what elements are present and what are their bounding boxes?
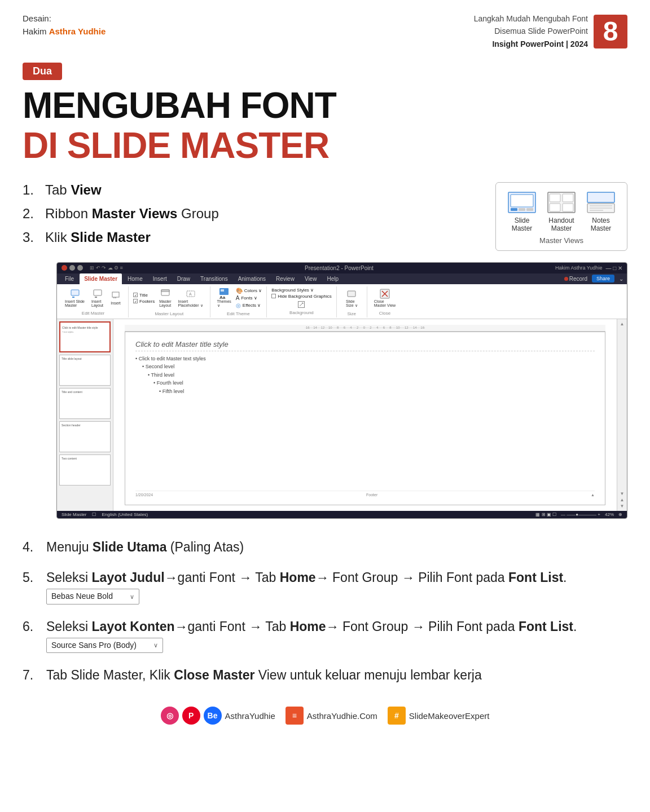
close-master-view-btn[interactable]: CloseMaster View [372, 288, 398, 308]
step4-prefix: Menuju [46, 540, 93, 554]
fonts-row[interactable]: A Fonts ∨ [236, 295, 262, 301]
step5-arr1: → [165, 570, 178, 585]
step6-font-dropdown[interactable]: Source Sans Pro (Body) ∨ [46, 638, 163, 654]
step4-num: 4. [23, 538, 41, 556]
slide-thumb-3[interactable]: Title and content [59, 388, 111, 419]
record-button[interactable]: Record [564, 276, 587, 282]
ppt-titlebar: ⊞ ↶ ↷ ☁ ⚙ ≡ Presentation2 - PowerPoint H… [57, 263, 627, 273]
hide-bg-row[interactable]: Hide Background Graphics [271, 294, 332, 299]
slide-thumb-2[interactable]: Title slide layout [59, 355, 111, 386]
themes-label: Themes∨ [217, 299, 231, 308]
slide-thumb-content-3: Title and content [62, 390, 108, 394]
step5-num: 5. [23, 568, 41, 586]
effects-row[interactable]: ◎ Effects ∨ [236, 302, 262, 308]
tab-help[interactable]: Help [322, 273, 343, 284]
tab-file[interactable]: File [60, 273, 78, 284]
nav-up-icon[interactable]: ▲ [620, 497, 625, 502]
close-group-label: Close [379, 311, 390, 316]
slide-thumb-content-4: Section header [62, 423, 108, 427]
master-views-group-label: Master Views [507, 236, 616, 245]
background-styles-label: Background Styles ∨ [271, 288, 314, 293]
slide-thumb-4[interactable]: Section header [59, 421, 111, 452]
handout-master-icon [547, 191, 576, 214]
step5-dropdown-arrow-icon: ∨ [130, 593, 134, 601]
ppt-titlebar-right: — □ ✕ [605, 265, 622, 271]
colors-row[interactable]: 🎨 Colors ∨ [236, 288, 262, 294]
minimize-window-btn[interactable] [69, 265, 75, 271]
instagram-icon[interactable]: ◎ [161, 707, 179, 725]
website-icon[interactable]: ≡ [286, 707, 304, 725]
scroll-up-icon[interactable]: ▲ [620, 321, 625, 326]
tab-review[interactable]: Review [271, 273, 299, 284]
step7-text2: View untuk keluar menuju lembar kerja [254, 668, 481, 682]
step6-arr4: → [412, 619, 425, 634]
master-layout-label: MasterLayout [159, 299, 171, 307]
nav-down-icon[interactable]: ▼ [620, 504, 625, 509]
tab-view[interactable]: View [300, 273, 322, 284]
maximize-window-btn[interactable] [77, 265, 83, 271]
background-dialog-launcher[interactable] [298, 301, 305, 308]
fit-icon[interactable]: ⊕ [618, 512, 622, 517]
background-styles-row[interactable]: Background Styles ∨ [271, 288, 332, 293]
slide-size-btn[interactable]: SlideSize ∨ [344, 288, 360, 309]
step1-num: 1. [23, 182, 39, 198]
step7-bold: Close Master [174, 668, 254, 682]
tab-draw[interactable]: Draw [173, 273, 195, 284]
hide-bg-checkbox[interactable] [271, 294, 276, 298]
svg-rect-7 [563, 194, 573, 202]
footer-username1: AsthraYudhie [225, 711, 275, 721]
tab-slide-master[interactable]: Slide Master [80, 273, 122, 284]
body-level-5: • Fifth level [159, 387, 595, 395]
page-number: 8 [594, 15, 627, 48]
step5-bold1: Layot Judul [92, 570, 165, 585]
edit-theme-group-label: Edit Theme [227, 311, 250, 316]
slide-thumb-content-5: Two content [62, 457, 108, 460]
more-icon[interactable]: ⌄ [619, 276, 623, 282]
step5-arr2: → [239, 570, 252, 585]
title-checkbox[interactable]: ✓ [133, 293, 138, 297]
close-window-btn[interactable] [62, 265, 67, 271]
slide-thumb-1[interactable]: 1 Click to edit Master title style • tex… [59, 321, 111, 352]
master-layout-btn[interactable]: MasterLayout [157, 288, 173, 308]
effects-label: Effects ∨ [243, 303, 261, 308]
footers-checkbox-row: ✓ Footers [133, 299, 155, 304]
insert-slide-master-btn[interactable]: Insert SlideMaster [63, 288, 87, 308]
ppt-tabbar: File Slide Master Home Insert Draw Trans… [57, 273, 627, 284]
tab-animations[interactable]: Animations [234, 273, 270, 284]
ribbon-row: Insert SlideMaster InsertLayout Insert [57, 284, 627, 319]
footers-checkbox-label: Footers [139, 299, 155, 304]
close-master-view-icon [380, 289, 390, 299]
footer-social-group: ◎ P Be AsthraYudhie [161, 707, 275, 725]
slide-canvas[interactable]: Click to edit Master title style • Click… [125, 332, 605, 505]
tab-home[interactable]: Home [123, 273, 147, 284]
ribbon-group-size: SlideSize ∨ Size [339, 286, 367, 317]
svg-rect-10 [587, 192, 614, 202]
step6-arr2: → [249, 619, 262, 634]
step5-bold2: Home [280, 570, 316, 585]
hashtag-icon[interactable]: # [388, 707, 406, 725]
master-layout-icon [160, 289, 170, 299]
pinterest-icon[interactable]: P [182, 707, 200, 725]
share-button[interactable]: Share [592, 275, 614, 283]
svg-rect-2 [511, 208, 517, 211]
page-footer: ◎ P Be AsthraYudhie ≡ AsthraYudhie.Com #… [0, 707, 650, 742]
behance-icon[interactable]: Be [204, 707, 222, 725]
footers-checkbox[interactable]: ✓ [133, 299, 138, 303]
svg-rect-4 [526, 208, 533, 211]
step2-prefix: Ribbon [45, 206, 92, 221]
insert-placeholder-btn[interactable]: A InsertPlaceholder ∨ [176, 288, 205, 309]
step1-bold: View [71, 182, 101, 197]
tab-transitions[interactable]: Transitions [196, 273, 232, 284]
insert-btn[interactable]: Insert [108, 289, 124, 306]
body-level-3: • Third level [148, 371, 595, 379]
ribbon-group-edit-theme: Aa Themes∨ 🎨 Colors ∨ A Fonts ∨ [213, 286, 267, 317]
insert-layout-btn[interactable]: InsertLayout [89, 288, 106, 308]
statusbar-lang-icon: ☐ [92, 512, 96, 517]
step5-font-dropdown[interactable]: Bebas Neue Bold ∨ [46, 589, 139, 604]
scroll-down-icon[interactable]: ▼ [620, 491, 625, 496]
slide-thumb-5[interactable]: Two content [59, 454, 111, 486]
tab-insert[interactable]: Insert [148, 273, 172, 284]
step6-dropdown-arrow-icon: ∨ [153, 641, 158, 650]
themes-btn[interactable]: Aa Themes∨ [215, 288, 234, 309]
step6-num: 6. [23, 617, 41, 636]
